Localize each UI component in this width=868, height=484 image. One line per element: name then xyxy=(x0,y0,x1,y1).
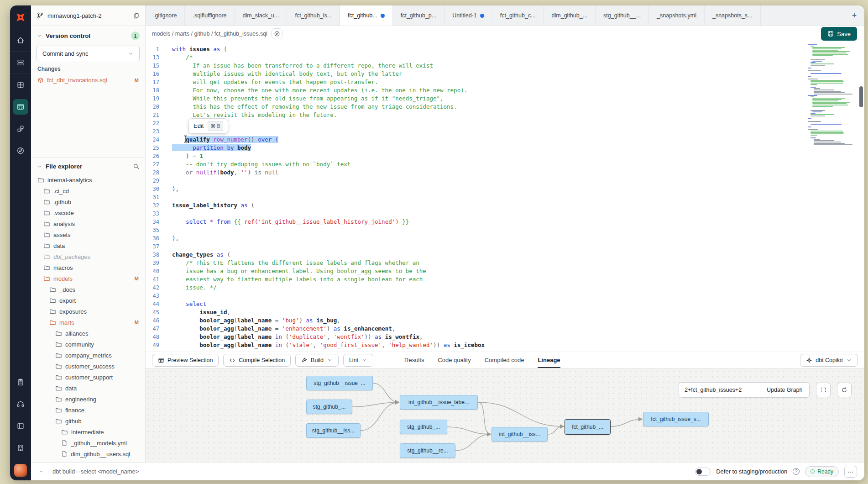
user-avatar[interactable] xyxy=(14,464,27,477)
file-tab[interactable]: fct_github_is... xyxy=(287,5,340,26)
code-line[interactable]: 13 /* xyxy=(146,53,864,62)
tree-item[interactable]: customer_support xyxy=(37,372,140,383)
file-tab[interactable]: fct_github_p... xyxy=(393,5,445,26)
file-tab[interactable]: .sqlfluffignore xyxy=(185,5,235,26)
file-tab[interactable]: _snapshots.yml xyxy=(649,5,705,26)
file-tab[interactable]: dim_slack_u... xyxy=(235,5,288,26)
file-tab[interactable]: Untitled-1 xyxy=(444,5,492,26)
code-line[interactable]: 48 boolor_agg(label_name in ('duplicate'… xyxy=(146,333,864,341)
code-line[interactable]: 32issue_label_history as ( xyxy=(146,201,864,210)
tree-item[interactable]: modelsM xyxy=(37,273,140,284)
command-input[interactable]: dbt build --select <model_name> xyxy=(52,468,139,475)
code-line[interactable]: 45 issue_id, xyxy=(146,308,864,316)
notes-icon[interactable] xyxy=(10,371,31,393)
code-line[interactable]: 28 or nullif(body, '') is null xyxy=(146,168,864,177)
code-line[interactable]: 36), xyxy=(146,234,864,242)
code-line[interactable]: 46 boolor_agg(label_name = 'bug') as is_… xyxy=(146,316,864,325)
tree-item[interactable]: community xyxy=(37,339,140,350)
commit-and-sync-button[interactable]: Commit and sync xyxy=(37,46,140,61)
editor-scrollbar-thumb[interactable] xyxy=(859,86,863,107)
lint-button[interactable]: Lint xyxy=(343,354,373,367)
tree-item[interactable]: martsM xyxy=(37,317,140,328)
code-line[interactable]: 21 Let's revisit this modeling in the fu… xyxy=(146,111,864,119)
build-button[interactable]: Build xyxy=(295,354,339,367)
file-explorer-header[interactable]: File explorer xyxy=(37,163,140,170)
tree-item[interactable]: intermediate xyxy=(37,426,140,437)
docs-icon[interactable] xyxy=(10,415,31,437)
lineage-node[interactable]: int_github__issue_labe... xyxy=(400,395,478,410)
compare-icon[interactable] xyxy=(10,118,31,140)
file-tab[interactable]: fct_github... xyxy=(340,5,393,26)
file-tab[interactable]: stg_github__... xyxy=(596,5,649,26)
more-options-button[interactable]: ⋯ xyxy=(844,466,857,478)
tree-item[interactable]: data xyxy=(37,240,140,251)
code-line[interactable]: 47 boolor_agg(label_name = 'enhancement'… xyxy=(146,325,864,333)
code-line[interactable]: 24 qualify row_number() over ( xyxy=(146,136,864,144)
environments-icon[interactable] xyxy=(10,74,31,96)
code-line[interactable]: 43 xyxy=(146,292,864,300)
compile-selection-button[interactable]: Compile Selection xyxy=(223,354,291,367)
code-line[interactable]: 42 issue. */ xyxy=(146,284,864,292)
code-line[interactable]: 41 easiest way to flatten multiple label… xyxy=(146,275,864,284)
result-tab-code-quality[interactable]: Code quality xyxy=(438,352,471,368)
code-line[interactable]: 25 partition by body xyxy=(146,144,864,152)
dbt-logo-icon[interactable] xyxy=(10,5,31,29)
tree-item[interactable]: company_metrics xyxy=(37,350,140,361)
file-tab[interactable]: .gitignore xyxy=(146,5,185,26)
file-tab[interactable]: dim_github_... xyxy=(544,5,596,26)
code-line[interactable]: 38change_types as ( xyxy=(146,251,864,259)
code-line[interactable]: 40 issue has a bug or enhancement label.… xyxy=(146,267,864,275)
copy-icon[interactable] xyxy=(133,12,140,19)
tree-item[interactable]: export xyxy=(37,295,140,306)
tree-item[interactable]: .github xyxy=(37,196,140,207)
graph-selector-input[interactable]: 2+fct_github_issues+2 xyxy=(679,382,760,398)
lineage-node[interactable]: stg_github__re... xyxy=(400,443,455,458)
changed-file-row[interactable]: fct_dbt_invocations.sql M xyxy=(37,76,140,84)
lineage-node[interactable]: fct_github_... xyxy=(565,419,611,435)
result-tab-results[interactable]: Results xyxy=(404,352,424,368)
preview-selection-button[interactable]: Preview Selection xyxy=(152,354,219,367)
lineage-node[interactable]: stg_github__iss... xyxy=(306,423,361,438)
code-line[interactable]: 29 xyxy=(146,177,864,185)
explore-icon[interactable] xyxy=(10,140,31,162)
code-line[interactable]: 16 multiple issues with identical body t… xyxy=(146,70,864,78)
result-tab-compiled-code[interactable]: Compiled code xyxy=(485,352,524,368)
edit-popup[interactable]: Edit ⌘ B xyxy=(188,118,228,134)
tree-item[interactable]: data xyxy=(37,383,140,394)
code-line[interactable]: 23 xyxy=(146,127,864,136)
code-line[interactable]: 27 -- don't try deduping issues with no … xyxy=(146,160,864,168)
code-line[interactable]: 49 boolor_agg(label_name in ('stale', 'g… xyxy=(146,341,864,349)
code-line[interactable]: 44 select xyxy=(146,300,864,308)
tree-item[interactable]: .vscode xyxy=(37,207,140,218)
code-line[interactable]: 20 this has the effect of removing the n… xyxy=(146,103,864,111)
code-line[interactable]: 37 xyxy=(146,242,864,251)
branch-tab[interactable]: mirnawong1-patch-2 xyxy=(31,5,146,26)
defer-toggle[interactable] xyxy=(695,468,711,476)
code-line[interactable]: 22 xyxy=(146,119,864,127)
code-line[interactable]: 34 select * from {{ ref('int_github__iss… xyxy=(146,218,864,226)
code-line[interactable]: 35 xyxy=(146,226,864,234)
refresh-button[interactable] xyxy=(837,383,852,397)
new-tab-button[interactable]: + xyxy=(844,5,864,26)
dbt-copilot-button[interactable]: dbt Copilot xyxy=(800,354,858,367)
home-icon[interactable] xyxy=(10,29,31,51)
code-line[interactable]: 15 If an issue has been transferred to a… xyxy=(146,62,864,70)
code-line[interactable]: 39 /* This CTE flattens the different is… xyxy=(146,259,864,267)
lineage-node[interactable]: int_github__iss... xyxy=(492,427,548,442)
file-tab[interactable]: _snapshots_s... xyxy=(705,5,761,26)
lineage-node[interactable]: fct_github_issue_s... xyxy=(643,412,709,426)
jobs-icon[interactable] xyxy=(10,52,31,74)
tree-item[interactable]: exposures xyxy=(37,306,140,317)
code-line[interactable]: 31 xyxy=(146,193,864,201)
file-tab[interactable]: fct_github_c... xyxy=(492,5,544,26)
tree-item[interactable]: customer_success xyxy=(37,361,140,372)
code-line[interactable]: 18 For now, choose the one with more rec… xyxy=(146,86,864,95)
organization-icon[interactable] xyxy=(10,437,31,459)
tree-item[interactable]: .ci_cd xyxy=(37,185,140,196)
tree-item[interactable]: dim_github__users.sql xyxy=(37,448,140,459)
code-line[interactable]: 19 While this prevents the old issue fro… xyxy=(146,95,864,103)
code-editor[interactable]: 1with issues as (13 /*15 If an issue has… xyxy=(146,42,864,352)
tree-item[interactable]: analysis xyxy=(37,218,140,229)
code-line[interactable]: 1with issues as ( xyxy=(146,45,864,53)
code-line[interactable]: 30), xyxy=(146,185,864,193)
